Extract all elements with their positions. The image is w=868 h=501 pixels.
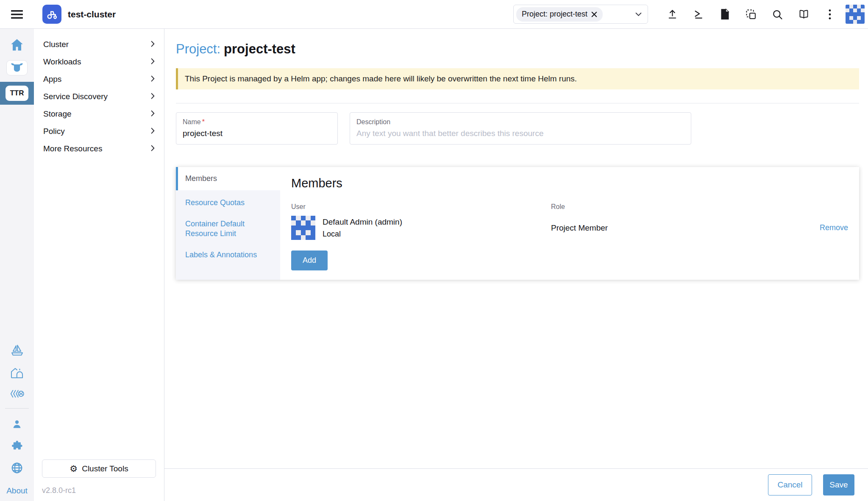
project-filter-chip: Project: project-test (516, 7, 603, 22)
docs-book-icon[interactable] (790, 5, 817, 24)
member-row: Default Admin (admin) Local Project Memb… (291, 216, 848, 240)
cluster-name: test-cluster (68, 9, 116, 19)
sidebar-item-more-resources[interactable]: More Resources (34, 140, 164, 157)
name-input[interactable] (183, 129, 331, 138)
save-bar: Cancel Save (164, 468, 868, 501)
chevron-right-icon (151, 109, 155, 119)
tab-list: Members Resource Quotas Container Defaul… (176, 167, 280, 280)
member-name: Default Admin (admin) (323, 217, 402, 227)
hops-wheat-icon[interactable] (10, 389, 24, 398)
chevron-right-icon (151, 75, 155, 84)
tab-resource-quotas[interactable]: Resource Quotas (176, 192, 280, 213)
name-field: Name* (176, 112, 338, 145)
required-asterisk: * (202, 118, 205, 125)
user-avatar[interactable] (846, 5, 865, 24)
member-role: Project Member (551, 223, 820, 233)
sidebar-bottom: ⚙ Cluster Tools v2.8.0-rc1 (34, 459, 164, 501)
gear-icon: ⚙ (70, 464, 78, 473)
globe-icon[interactable] (11, 462, 23, 474)
description-field: Description (350, 112, 691, 145)
tab-labels-annotations[interactable]: Labels & Annotations (176, 245, 280, 265)
app-logo-tractor-icon (42, 5, 61, 24)
avatar-identicon (846, 5, 865, 24)
about-link[interactable]: About (4, 486, 30, 496)
active-cluster-badge[interactable]: TTR (6, 86, 28, 101)
kebab-menu-icon[interactable] (817, 5, 843, 24)
avatar-identicon (291, 216, 315, 240)
members-panel: Members User Role Default Admin (admin) … (280, 167, 859, 280)
description-input[interactable] (356, 129, 684, 138)
sidebar-item-policy[interactable]: Policy (34, 122, 164, 140)
active-cluster-band: TTR (0, 82, 34, 105)
top-header: test-cluster Project: project-test (0, 0, 868, 29)
upload-icon[interactable] (659, 5, 685, 24)
rail-bottom-group: About (4, 344, 30, 501)
tab-container-default-resource-limit[interactable]: Container Default Resource Limit (176, 214, 280, 245)
save-button[interactable]: Save (823, 474, 854, 495)
tabbed-card: Members Resource Quotas Container Defaul… (176, 167, 859, 280)
hamburger-menu-icon[interactable] (0, 9, 34, 19)
search-icon[interactable] (764, 5, 790, 24)
page-title-prefix: Project: (176, 42, 220, 56)
close-icon[interactable] (591, 11, 597, 17)
rail-divider (5, 408, 29, 409)
tab-members[interactable]: Members (176, 167, 280, 190)
chevron-down-icon (635, 12, 642, 17)
chevron-right-icon (151, 40, 155, 49)
remove-member-link[interactable]: Remove (820, 223, 848, 232)
sidebar-item-storage[interactable]: Storage (34, 105, 164, 122)
page-title: Project:project-test (176, 42, 859, 57)
file-icon[interactable] (712, 5, 738, 24)
form-fields: Name* Description (176, 112, 859, 145)
project-namespace-filter[interactable]: Project: project-test (513, 5, 648, 24)
cluster-sidebar: Cluster Workloads Apps Service Discovery… (34, 29, 164, 501)
kubectl-shell-icon[interactable] (685, 5, 712, 24)
cluster-manager-steer-icon[interactable] (6, 60, 28, 75)
cancel-button[interactable]: Cancel (768, 474, 812, 495)
role-column-header: Role (551, 203, 565, 211)
main-content: Project:project-test This Project is man… (164, 29, 868, 501)
users-auth-person-icon[interactable] (11, 418, 23, 430)
member-avatar (291, 216, 315, 240)
chevron-right-icon (151, 127, 155, 136)
home-icon[interactable] (11, 39, 23, 51)
user-column-header: User (291, 203, 551, 211)
header-action-icons (659, 5, 843, 24)
chevron-right-icon (151, 57, 155, 67)
app-window: test-cluster Project: project-test (0, 0, 868, 501)
sidebar-item-workloads[interactable]: Workloads (34, 53, 164, 70)
chevron-right-icon (151, 92, 155, 101)
divider (176, 103, 859, 103)
sidebar-item-service-discovery[interactable]: Service Discovery (34, 88, 164, 105)
page-title-name: project-test (224, 42, 295, 56)
version-label: v2.8.0-rc1 (42, 486, 156, 495)
members-heading: Members (291, 176, 848, 190)
left-rail: TTR (0, 29, 34, 501)
sidebar-item-cluster[interactable]: Cluster (34, 36, 164, 53)
add-member-button[interactable]: Add (291, 250, 328, 270)
sidebar-item-apps[interactable]: Apps (34, 70, 164, 88)
helm-managed-warning-banner: This Project is managed by a Helm app; c… (176, 68, 859, 89)
fleet-sailboat-icon[interactable] (11, 344, 24, 357)
members-column-headers: User Role (291, 203, 848, 211)
project-filter-chip-label: Project: project-test (522, 10, 587, 19)
extensions-puzzle-icon[interactable] (11, 440, 23, 452)
harvester-barn-icon[interactable] (10, 367, 24, 379)
import-yaml-icon[interactable] (738, 5, 764, 24)
chevron-right-icon (151, 144, 155, 153)
cluster-tools-button[interactable]: ⚙ Cluster Tools (42, 459, 156, 478)
member-scope: Local (323, 230, 402, 239)
